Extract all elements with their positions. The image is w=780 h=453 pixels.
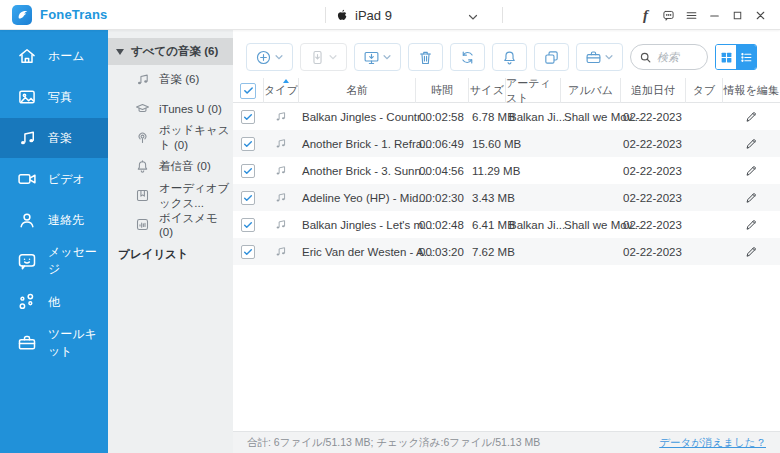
chevron-down-icon <box>328 52 338 62</box>
search-input[interactable] <box>657 51 699 63</box>
add-button[interactable] <box>246 43 293 71</box>
column-header[interactable]: タブ <box>685 78 722 103</box>
toolbar <box>246 43 757 71</box>
music-note-icon <box>274 218 287 231</box>
album <box>560 130 620 157</box>
music-note-icon <box>274 110 287 123</box>
column-header[interactable]: 情報を編集 <box>722 78 780 103</box>
chevron-down-icon <box>382 52 392 62</box>
check-icon <box>243 193 253 203</box>
sidebar-item-video[interactable]: ビデオ <box>0 159 108 199</box>
category-item-audiobook[interactable]: オーディオブックス... <box>108 181 233 210</box>
edit-info-button[interactable] <box>722 211 780 238</box>
song-name: Balkan Jingles - Countr... <box>298 103 415 130</box>
table-row[interactable]: Eric Van der Westen - A...00:03:207.62 M… <box>233 238 780 265</box>
grid-view-button[interactable] <box>716 45 736 69</box>
maximize-button[interactable] <box>726 0 749 30</box>
pencil-icon <box>745 137 758 150</box>
ringtone-maker-button[interactable] <box>492 43 527 71</box>
pencil-icon <box>745 218 758 231</box>
artist <box>505 238 560 265</box>
table-row[interactable]: Another Brick - 3. Sunn...00:04:5611.29 … <box>233 157 780 184</box>
tab <box>685 211 722 238</box>
toolbox-button[interactable] <box>576 43 623 71</box>
search-box[interactable] <box>630 44 708 70</box>
sidebar-item-label: メッセージ <box>48 244 108 278</box>
checkbox[interactable] <box>241 164 255 178</box>
column-header[interactable]: タイプ <box>263 78 298 103</box>
select-all-checkbox-cell <box>233 78 263 103</box>
delete-icon <box>417 49 434 66</box>
menu-icon[interactable] <box>680 0 703 30</box>
sidebar-item-message[interactable]: メッセージ <box>0 241 108 281</box>
edit-info-button[interactable] <box>722 184 780 211</box>
sidebar-item-music[interactable]: 音楽 <box>0 118 108 158</box>
checkbox[interactable] <box>240 83 256 99</box>
minimize-button[interactable] <box>703 0 726 30</box>
table-row[interactable]: Adeline Yeo (HP) - Mid...00:02:303.43 MB… <box>233 184 780 211</box>
playlist-header: プレイリスト <box>108 247 233 262</box>
sidebar-item-photo[interactable]: 写真 <box>0 77 108 117</box>
column-header[interactable]: アーティスト <box>505 78 560 103</box>
feedback-icon[interactable] <box>657 0 680 30</box>
backup-button[interactable] <box>534 43 569 71</box>
checkbox[interactable] <box>241 218 255 232</box>
column-header[interactable]: アルバム <box>560 78 620 103</box>
song-name: Eric Van der Westen - A... <box>298 238 415 265</box>
toolbox-icon <box>585 49 602 66</box>
duration: 00:03:20 <box>415 238 468 265</box>
edit-info-button[interactable] <box>722 103 780 130</box>
file-size: 11.29 MB <box>468 157 505 184</box>
device-selector[interactable]: iPad 9 <box>325 0 489 30</box>
edit-info-button[interactable] <box>722 238 780 265</box>
category-item-itunes-u[interactable]: iTunes U (0) <box>108 94 233 123</box>
checkbox[interactable] <box>241 191 255 205</box>
refresh-button[interactable] <box>450 43 485 71</box>
app-logo-icon <box>12 5 32 25</box>
delete-button[interactable] <box>408 43 443 71</box>
category-header-label: すべての音楽 (6) <box>131 44 218 59</box>
file-size: 6.78 MB <box>468 103 505 130</box>
column-header[interactable]: 追加日付 <box>620 78 685 103</box>
edit-info-button[interactable] <box>722 130 780 157</box>
sidebar-item-label: 連絡先 <box>48 212 84 229</box>
checkbox[interactable] <box>241 110 255 124</box>
check-icon <box>243 112 253 122</box>
category-item-label: iTunes U (0) <box>159 103 222 115</box>
table-row[interactable]: Another Brick - 1. Refra...00:06:4915.60… <box>233 130 780 157</box>
sidebar-item-other[interactable]: 他 <box>0 282 108 322</box>
artist <box>505 184 560 211</box>
category-item-music-note[interactable]: 音楽 (6) <box>108 65 233 94</box>
backup-icon <box>543 49 560 66</box>
category-item-label: ポッドキャスト (0) <box>159 123 233 153</box>
category-item-voice-memo[interactable]: ボイスメモ (0) <box>108 210 233 239</box>
column-header[interactable]: 名前 <box>298 78 415 103</box>
table-row[interactable]: Balkan Jingles - Let's m...00:02:486.41 … <box>233 211 780 238</box>
date-added: 02-22-2023 <box>620 211 685 238</box>
sidebar-item-home[interactable]: ホーム <box>0 36 108 76</box>
close-button[interactable] <box>749 0 772 30</box>
sidebar-item-contacts[interactable]: 連絡先 <box>0 200 108 240</box>
category-header-all-music[interactable]: すべての音楽 (6) <box>108 38 233 65</box>
facebook-icon[interactable]: f <box>634 0 657 30</box>
duration: 00:04:56 <box>415 157 468 184</box>
artist: Balkan Ji... <box>505 211 560 238</box>
edit-info-button[interactable] <box>722 157 780 184</box>
pencil-icon <box>745 245 758 258</box>
category-item-label: オーディオブックス... <box>159 181 233 211</box>
column-header[interactable]: サイズ <box>468 78 505 103</box>
status-summary: 合計: 6ファイル/51.13 MB; チェック済み:6ファイル/51.13 M… <box>247 436 540 450</box>
refresh-icon <box>459 49 476 66</box>
podcast-icon <box>135 130 150 145</box>
column-header[interactable]: 時間 <box>415 78 468 103</box>
checkbox[interactable] <box>241 137 255 151</box>
sidebar-item-toolkit[interactable]: ツールキット <box>0 323 108 363</box>
category-item-ringtone[interactable]: 着信音 (0) <box>108 152 233 181</box>
data-lost-help-link[interactable]: データが消えました？ <box>659 436 766 450</box>
category-item-podcast[interactable]: ポッドキャスト (0) <box>108 123 233 152</box>
list-view-button[interactable] <box>736 45 756 69</box>
checkbox[interactable] <box>241 245 255 259</box>
table-row[interactable]: Balkan Jingles - Countr...00:02:586.78 M… <box>233 103 780 130</box>
transfer-to-pc-button[interactable] <box>354 43 401 71</box>
pencil-icon <box>745 164 758 177</box>
